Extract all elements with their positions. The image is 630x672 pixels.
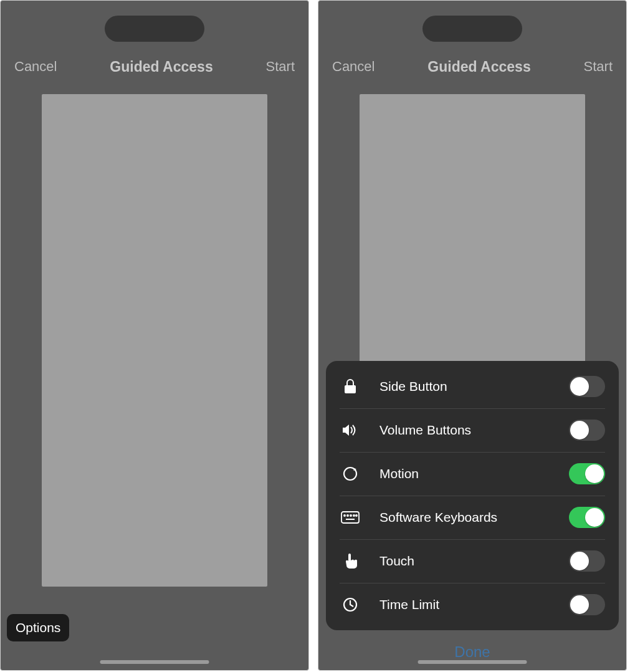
side-button-toggle[interactable] [569,376,605,397]
page-title: Guided Access [427,59,530,75]
svg-point-7 [356,515,357,516]
speaker-icon [340,423,361,437]
motion-toggle[interactable] [569,463,605,484]
option-label: Side Button [379,379,569,394]
software-keyboards-toggle[interactable] [569,507,605,528]
nav-bar: Cancel Guided Access Start [1,49,308,84]
start-button[interactable]: Start [266,59,295,75]
svg-point-4 [347,515,348,516]
nav-bar: Cancel Guided Access Start [318,49,626,84]
page-title: Guided Access [110,59,212,75]
volume-buttons-toggle[interactable] [569,420,605,441]
option-label: Motion [379,466,569,481]
touch-icon [340,553,361,569]
start-button[interactable]: Start [584,59,613,75]
dynamic-island [422,16,522,42]
motion-icon [340,466,361,482]
option-row-motion: Motion [326,452,619,496]
touch-toggle[interactable] [569,550,605,572]
svg-rect-2 [341,512,359,523]
app-preview-thumbnail [42,94,267,587]
lock-icon [340,378,361,395]
svg-point-6 [353,515,355,516]
svg-rect-8 [346,519,355,520]
options-button[interactable]: Options [7,614,69,641]
option-row-touch: Touch [326,539,619,583]
keyboard-icon [340,511,361,524]
home-indicator [100,660,209,664]
phone-screenshot-right: Cancel Guided Access Start Side Button [318,0,627,671]
cancel-button[interactable]: Cancel [332,59,375,75]
phone-screenshot-left: Cancel Guided Access Start Options [0,0,309,671]
done-button[interactable]: Done [454,643,490,661]
option-label: Volume Buttons [379,423,569,438]
dynamic-island [105,16,204,42]
option-row-volume-buttons: Volume Buttons [326,408,619,452]
option-row-time-limit: Time Limit [326,583,619,626]
option-row-software-keyboards: Software Keyboards [326,496,619,539]
cancel-button[interactable]: Cancel [14,59,57,75]
timer-icon [340,597,361,612]
option-label: Touch [379,554,569,569]
home-indicator [418,660,527,664]
option-label: Software Keyboards [379,510,569,525]
option-row-side-button: Side Button [326,365,619,408]
svg-rect-0 [345,385,356,393]
svg-point-5 [350,515,351,516]
svg-point-3 [344,515,345,516]
option-label: Time Limit [379,597,569,612]
time-limit-toggle[interactable] [569,594,605,615]
options-panel: Side Button Volume Buttons Motion [326,361,619,630]
